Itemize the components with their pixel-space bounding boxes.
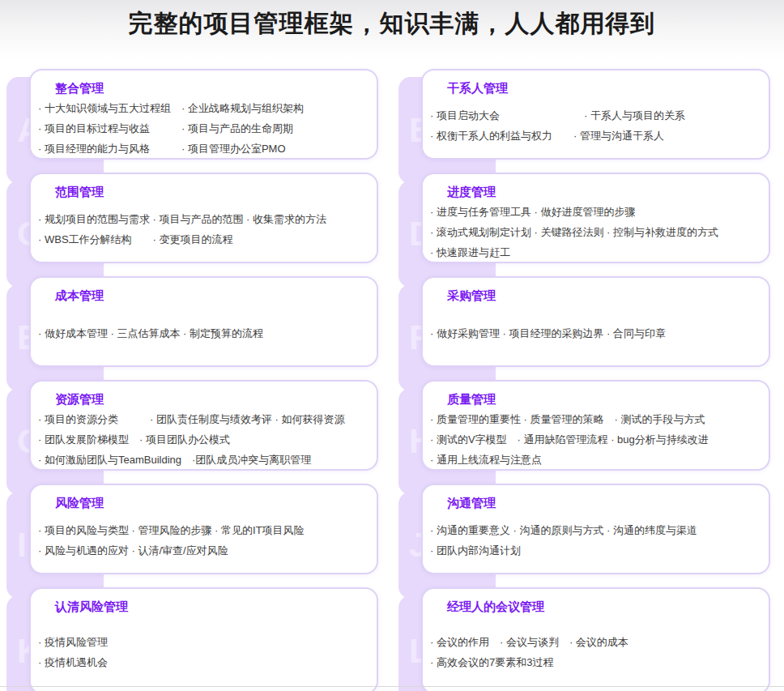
card-scope: C 范围管理 · 规划项目的范围与需求 · 项目与产品的范围 · 收集需求的方法… — [0, 173, 392, 276]
card-bullet-line: · 质量管理的重要性 · 质量管理的策略 · 测试的手段与方式 — [430, 409, 761, 429]
card-body: 成本管理 · 做好成本管理 · 三点估算成本 · 制定预算的流程 — [29, 276, 378, 367]
card-meeting: L 经理人的会议管理 · 会议的作用 · 会议与谈判 · 会议的成本 · 高效会… — [392, 587, 784, 691]
card-body: 干系人管理 · 项目启动大会 · 干系人与项目的关系 · 权衡干系人的利益与权力… — [421, 69, 770, 160]
card-lines: · 疫情风险管理 · 疫情机遇机会 — [31, 615, 377, 691]
card-bullet-line: · 疫情机遇机会 — [38, 652, 369, 672]
card-title: 干系人管理 — [447, 81, 769, 96]
card-body: 进度管理 · 进度与任务管理工具 · 做好进度管理的步骤 · 滚动式规划制定计划… — [421, 173, 770, 263]
card-bullet-line: · 通用上线流程与注意点 — [430, 450, 761, 470]
page-title: 完整的项目管理框架，知识丰满，人人都用得到 — [0, 7, 784, 41]
card-schedule: D 进度管理 · 进度与任务管理工具 · 做好进度管理的步骤 · 滚动式规划制定… — [392, 173, 784, 276]
card-lines: · 项目启动大会 · 干系人与项目的关系 · 权衡干系人的利益与权力 · 管理与… — [423, 96, 769, 158]
section-bottom-divider — [0, 686, 784, 687]
card-bullet-line: · 快速跟进与赶工 — [430, 242, 761, 262]
card-title: 经理人的会议管理 — [447, 599, 769, 615]
card-stakeholder: B 干系人管理 · 项目启动大会 · 干系人与项目的关系 · 权衡干系人的利益与… — [392, 69, 784, 173]
card-lines: · 做好采购管理 · 项目经理的采购边界 · 合同与印章 — [423, 304, 769, 365]
card-bullet-line: · 做好采购管理 · 项目经理的采购边界 · 合同与印章 — [430, 323, 761, 343]
card-bullet-line: · 项目的风险与类型 · 管理风险的步骤 · 常见的IT项目风险 — [38, 520, 369, 540]
card-bullet-line: · 滚动式规划制定计划 · 关键路径法则 · 控制与补救进度的方式 — [430, 222, 761, 242]
card-bullet-line: · 团队发展阶梯模型 · 项目团队办公模式 — [38, 429, 369, 450]
card-bullet-line: · WBS工作分解结构 · 变更项目的流程 — [38, 229, 369, 250]
card-body: 资源管理 · 项目的资源分类 · 团队责任制度与绩效考评 · 如何获得资源 · … — [29, 380, 378, 471]
card-bullet-line: · 做好成本管理 · 三点估算成本 · 制定预算的流程 — [38, 323, 369, 343]
card-body: 风险管理 · 项目的风险与类型 · 管理风险的步骤 · 常见的IT项目风险 · … — [29, 484, 378, 574]
card-body: 质量管理 · 质量管理的重要性 · 质量管理的策略 · 测试的手段与方式 · 测… — [421, 380, 770, 471]
card-title: 范围管理 — [55, 185, 377, 200]
card-bullet-line: · 规划项目的范围与需求 · 项目与产品的范围 · 收集需求的方法 — [38, 209, 369, 229]
card-bullet-line: · 项目的资源分类 · 团队责任制度与绩效考评 · 如何获得资源 — [38, 409, 369, 429]
card-integration: A 整合管理 · 十大知识领域与五大过程组 · 企业战略规划与组织架构 · 项目… — [0, 69, 392, 173]
card-bullet-line: · 风险与机遇的应对 · 认清/审查/应对风险 — [38, 540, 369, 561]
card-body: 经理人的会议管理 · 会议的作用 · 会议与谈判 · 会议的成本 · 高效会议的… — [421, 587, 770, 691]
card-title: 整合管理 — [55, 81, 377, 96]
card-title: 进度管理 — [447, 185, 769, 200]
card-bullet-line: · 会议的作用 · 会议与谈判 · 会议的成本 — [430, 632, 761, 652]
card-body: 沟通管理 · 沟通的重要意义 · 沟通的原则与方式 · 沟通的纬度与渠道 · 团… — [421, 484, 770, 574]
card-bullet-line: · 测试的V字模型 · 通用缺陷管理流程 · bug分析与持续改进 — [430, 429, 761, 450]
card-bullet-line: · 如何激励团队与TeamBuilding ·团队成员冲突与离职管理 — [38, 450, 369, 470]
card-cost: E 成本管理 · 做好成本管理 · 三点估算成本 · 制定预算的流程 — [0, 276, 392, 380]
card-resource: G 资源管理 · 项目的资源分类 · 团队责任制度与绩效考评 · 如何获得资源 … — [0, 380, 392, 484]
card-lines: · 规划项目的范围与需求 · 项目与产品的范围 · 收集需求的方法 · WBS工… — [31, 200, 377, 262]
card-body: 认清风险管理 · 疫情风险管理 · 疫情机遇机会 — [29, 587, 378, 691]
card-bullet-line: · 疫情风险管理 — [38, 632, 369, 652]
card-lines: · 做好成本管理 · 三点估算成本 · 制定预算的流程 — [31, 304, 377, 365]
card-bullet-line: · 项目经理的能力与风格 · 项目管理办公室PMO — [38, 139, 369, 159]
card-bullet-line: · 权衡干系人的利益与权力 · 管理与沟通干系人 — [430, 126, 761, 146]
card-risk: I 风险管理 · 项目的风险与类型 · 管理风险的步骤 · 常见的IT项目风险 … — [0, 484, 392, 587]
card-title: 资源管理 — [55, 392, 377, 407]
card-bullet-line: · 高效会议的7要素和3过程 — [430, 652, 761, 672]
card-body: 采购管理 · 做好采购管理 · 项目经理的采购边界 · 合同与印章 — [421, 276, 770, 367]
card-lines: · 项目的资源分类 · 团队责任制度与绩效考评 · 如何获得资源 · 团队发展阶… — [31, 407, 377, 471]
card-title: 采购管理 — [447, 288, 769, 304]
card-body: 整合管理 · 十大知识领域与五大过程组 · 企业战略规划与组织架构 · 项目的目… — [29, 69, 378, 160]
card-lines: · 质量管理的重要性 · 质量管理的策略 · 测试的手段与方式 · 测试的V字模… — [423, 407, 769, 471]
card-bullet-line: · 项目启动大会 · 干系人与项目的关系 — [430, 105, 761, 126]
card-bullet-line: · 团队内部沟通计划 — [430, 540, 761, 561]
card-title: 认清风险管理 — [55, 599, 377, 615]
card-title: 沟通管理 — [447, 496, 769, 511]
card-lines: · 进度与任务管理工具 · 做好进度管理的步骤 · 滚动式规划制定计划 · 关键… — [423, 200, 769, 263]
card-body: 范围管理 · 规划项目的范围与需求 · 项目与产品的范围 · 收集需求的方法 ·… — [29, 173, 378, 263]
card-title: 质量管理 — [447, 392, 769, 407]
card-lines: · 沟通的重要意义 · 沟通的原则与方式 · 沟通的纬度与渠道 · 团队内部沟通… — [423, 511, 769, 573]
card-lines: · 十大知识领域与五大过程组 · 企业战略规划与组织架构 · 项目的目标过程与收… — [31, 96, 377, 160]
card-bullet-line: · 项目的目标过程与收益 · 项目与产品的生命周期 — [38, 118, 369, 139]
card-quality: H 质量管理 · 质量管理的重要性 · 质量管理的策略 · 测试的手段与方式 ·… — [392, 380, 784, 484]
card-pandemic-risk: K 认清风险管理 · 疫情风险管理 · 疫情机遇机会 — [0, 587, 392, 691]
card-letter: I — [6, 528, 27, 562]
card-bullet-line: · 进度与任务管理工具 · 做好进度管理的步骤 — [430, 202, 761, 222]
card-procurement: F 采购管理 · 做好采购管理 · 项目经理的采购边界 · 合同与印章 — [392, 276, 784, 380]
infographic-page: 完整的项目管理框架，知识丰满，人人都用得到 A 整合管理 · 十大知识领域与五大… — [0, 0, 784, 691]
card-grid: A 整合管理 · 十大知识领域与五大过程组 · 企业战略规划与组织架构 · 项目… — [0, 69, 784, 691]
card-bullet-line: · 十大知识领域与五大过程组 · 企业战略规划与组织架构 — [38, 98, 369, 118]
page-header: 完整的项目管理框架，知识丰满，人人都用得到 — [0, 0, 784, 69]
card-lines: · 会议的作用 · 会议与谈判 · 会议的成本 · 高效会议的7要素和3过程 — [423, 615, 769, 691]
card-bullet-line: · 沟通的重要意义 · 沟通的原则与方式 · 沟通的纬度与渠道 — [430, 520, 761, 540]
card-lines: · 项目的风险与类型 · 管理风险的步骤 · 常见的IT项目风险 · 风险与机遇… — [31, 511, 377, 573]
card-title: 风险管理 — [55, 496, 377, 511]
card-communication: J 沟通管理 · 沟通的重要意义 · 沟通的原则与方式 · 沟通的纬度与渠道 ·… — [392, 484, 784, 587]
card-title: 成本管理 — [55, 288, 377, 304]
